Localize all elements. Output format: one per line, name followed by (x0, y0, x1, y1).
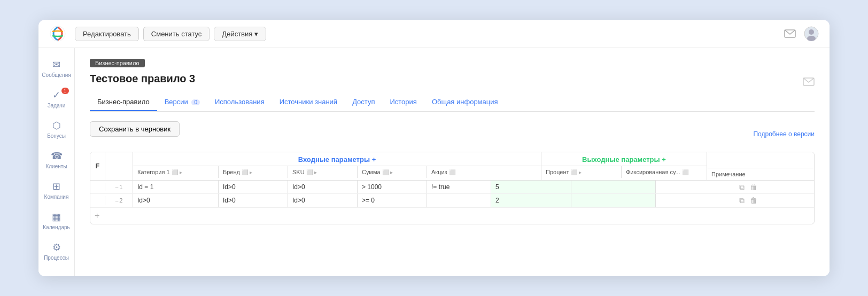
tab-history[interactable]: История (382, 94, 424, 111)
output-section-title: Выходные параметры + (541, 152, 707, 166)
bonuses-icon: ⬡ (52, 120, 61, 131)
row1-input-sku[interactable] (288, 181, 357, 193)
save-draft-button[interactable]: Сохранить в черновик (90, 121, 180, 137)
row2-cell-fixed (571, 194, 656, 207)
col-excise-label: Акциз (431, 169, 447, 175)
row1-cell-brand (219, 181, 288, 193)
row1-f (90, 183, 105, 191)
row2-input-fixed[interactable] (571, 194, 655, 207)
row1-cell-sku (288, 181, 358, 193)
tasks-icon: ✓ (52, 89, 60, 101)
note-section-header: Примечание (707, 152, 814, 181)
actions-arrow-icon: ▾ (254, 30, 258, 38)
row1-note[interactable] (660, 181, 735, 193)
col-excise-filter-icon[interactable]: ⬜ (449, 169, 455, 175)
row1-input-excise[interactable] (427, 181, 491, 193)
tab-knowledge[interactable]: Источники знаний (272, 94, 345, 111)
user-avatar[interactable] (804, 26, 819, 41)
sidebar-item-processes[interactable]: ⚙ Процессы (41, 237, 72, 266)
row1-input-cat[interactable] (133, 181, 218, 193)
input-section-title: Входные параметры + (133, 152, 541, 166)
input-add-icon[interactable]: + (372, 155, 376, 163)
row2-input-excise[interactable] (427, 194, 491, 207)
row1-delete-button[interactable]: 🗑 (749, 182, 758, 192)
row2-index: – 2 (105, 194, 133, 207)
row2-cell-sum (358, 194, 427, 207)
sidebar-item-calendar[interactable]: ▦ Календарь (41, 207, 72, 235)
change-status-button[interactable]: Сменить статус (143, 27, 210, 41)
col-sku-filter-icon[interactable]: ⬜ (306, 169, 313, 175)
sidebar-item-bonuses[interactable]: ⬡ Бонусы (41, 115, 72, 144)
action-row: Сохранить в черновик Подробнее о версии (90, 121, 815, 146)
row2-input-cat[interactable] (133, 194, 218, 207)
col-percent-filter-icon[interactable]: ⬜ (571, 169, 577, 175)
row2-number: 2 (119, 197, 122, 204)
add-row-button[interactable]: + (90, 207, 814, 224)
row1-input-fixed[interactable] (571, 181, 655, 193)
row2-input-sum[interactable] (358, 194, 427, 207)
row1-copy-button[interactable]: ⧉ (738, 182, 746, 193)
sidebar-item-clients[interactable]: ☎ Клиенты (41, 146, 72, 174)
sidebar-item-tasks[interactable]: ✓ 1 Задачи (41, 85, 72, 113)
col-sum-filter-icon[interactable]: ⬜ (382, 169, 389, 175)
rules-table: F Входные параметры + Категория 1 ⬜ (90, 152, 815, 224)
output-col-headers: Процент ⬜ ▸ Фиксированная су... ⬜ (541, 166, 707, 178)
col-sum-arrow-icon[interactable]: ▸ (390, 169, 393, 175)
svg-point-3 (809, 29, 814, 35)
row2-input-sku[interactable] (288, 194, 357, 207)
col-fixed-filter-icon[interactable]: ⬜ (682, 169, 688, 175)
row2-toggle[interactable]: – (115, 198, 119, 204)
row2-copy-button[interactable]: ⧉ (738, 195, 746, 206)
row2-input-percent[interactable] (491, 194, 571, 207)
col-sku-arrow-icon[interactable]: ▸ (314, 169, 317, 175)
row1-cell-fixed (571, 181, 656, 193)
processes-icon: ⚙ (52, 242, 61, 253)
row1-number: 1 (119, 184, 122, 190)
col-percent-arrow-icon[interactable]: ▸ (579, 169, 582, 175)
row2-cell-percent (491, 194, 571, 207)
page-title: Тестовое правило 3 (90, 73, 195, 85)
col-cat-arrow-icon[interactable]: ▸ (180, 169, 182, 175)
table-row: – 1 (90, 181, 814, 194)
tab-access[interactable]: Доступ (345, 94, 382, 111)
row2-input-brand[interactable] (219, 194, 288, 207)
detail-link[interactable]: Подробнее о версии (753, 130, 815, 138)
actions-button[interactable]: Действия ▾ (214, 27, 266, 41)
company-icon: ⊞ (52, 181, 60, 192)
sidebar-item-clients-label: Клиенты (45, 163, 67, 170)
row1-input-brand[interactable] (219, 181, 288, 193)
edit-button[interactable]: Редактировать (75, 27, 139, 41)
app-logo (49, 25, 66, 42)
tab-business-rule[interactable]: Бизнес-правило (90, 94, 157, 111)
row2-cell-brand (219, 194, 288, 207)
tab-info[interactable]: Общая информация (424, 94, 506, 111)
sidebar-item-tasks-label: Задачи (48, 103, 66, 109)
col-header-percent: Процент ⬜ ▸ (541, 166, 622, 178)
col-header-excise: Акциз ⬜ (427, 166, 491, 178)
svg-point-0 (50, 26, 65, 41)
row1-cell-sum (358, 181, 427, 193)
messages-icon: ✉ (52, 59, 60, 71)
main-window: Редактировать Сменить статус Действия ▾ … (38, 20, 830, 276)
row1-input-percent[interactable] (491, 181, 571, 193)
sidebar-item-messages[interactable]: ✉ Сообщения (41, 54, 72, 83)
row2-delete-button[interactable]: 🗑 (749, 195, 758, 206)
tab-versions[interactable]: Версии 0 (157, 94, 207, 111)
col-sum-label: Сумма (362, 169, 381, 175)
col-percent-label: Процент (546, 169, 569, 175)
tab-usage[interactable]: Использования (207, 94, 272, 111)
col-brand-filter-icon[interactable]: ⬜ (242, 169, 248, 175)
row2-note[interactable] (660, 194, 735, 207)
mail-icon-top[interactable] (782, 26, 797, 41)
col-brand-arrow-icon[interactable]: ▸ (250, 169, 252, 175)
page-mail-icon[interactable] (803, 77, 815, 89)
sidebar: ✉ Сообщения ✓ 1 Задачи ⬡ Бонусы ☎ Клиент… (38, 48, 75, 276)
col-cat-filter-icon[interactable]: ⬜ (172, 169, 178, 175)
sidebar-item-company[interactable]: ⊞ Компания (41, 176, 72, 205)
row1-toggle[interactable]: – (115, 184, 119, 190)
input-title-text: Входные параметры (298, 155, 370, 163)
output-add-icon[interactable]: + (662, 155, 666, 163)
row1-input-sum[interactable] (358, 181, 427, 193)
col-note-label: Примечание (707, 168, 814, 180)
table-section-headers: F Входные параметры + Категория 1 ⬜ (90, 152, 814, 181)
